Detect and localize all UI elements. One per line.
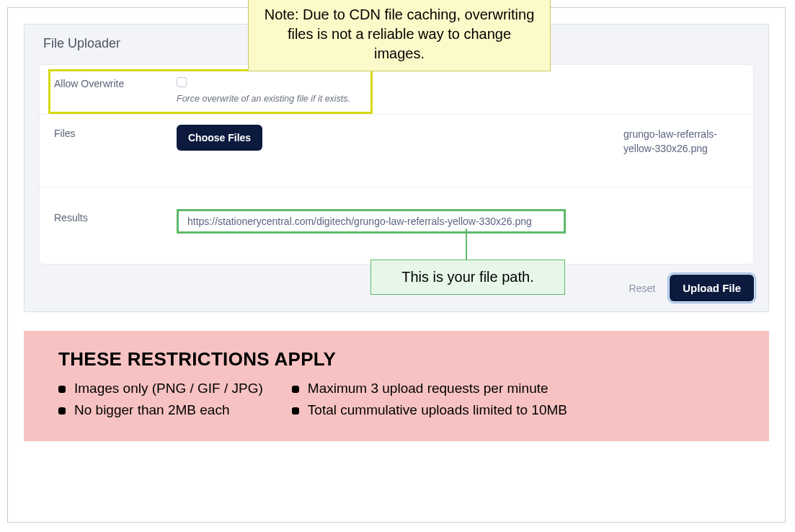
restriction-item: Total cummulative uploads limited to 10M… [292,402,567,418]
results-row: Results https://stationerycentral.com/di… [40,187,753,264]
restriction-item: Images only (PNG / GIF / JPG) [58,381,263,396]
allow-overwrite-row: Allow Overwrite Force overwrite of an ex… [40,65,753,114]
file-uploader-panel: Note: Due to CDN file caching, overwriti… [24,24,769,312]
restrictions-col-2: Maximum 3 upload requests per minute Tot… [292,381,567,424]
allow-overwrite-help: Force overwrite of an existing file if i… [177,94,739,104]
restriction-item: Maximum 3 upload requests per minute [292,381,567,396]
reset-button[interactable]: Reset [629,283,656,294]
selected-file-name: grungo-law-referrals-yellow-330x26.png [623,128,739,156]
files-label: Files [54,125,177,139]
restrictions-heading: THESE RESTRICTIONS APPLY [58,348,734,371]
upload-file-button[interactable]: Upload File [670,275,754,301]
callout-connector-line [466,229,467,261]
restriction-item: No bigger than 2MB each [58,402,263,418]
form-card: Allow Overwrite Force overwrite of an ex… [39,64,754,265]
cdn-caching-note-callout: Note: Due to CDN file caching, overwriti… [248,0,551,71]
restrictions-col-1: Images only (PNG / GIF / JPG) No bigger … [58,381,263,424]
allow-overwrite-checkbox[interactable] [177,77,187,87]
document-frame: Note: Due to CDN file caching, overwriti… [7,7,786,523]
results-label: Results [54,209,177,223]
choose-files-button[interactable]: Choose Files [177,125,262,151]
files-row: Files Choose Files grungo-law-referrals-… [40,114,753,187]
result-url-box[interactable]: https://stationerycentral.com/digitech/g… [177,209,566,234]
allow-overwrite-label: Allow Overwrite [54,75,177,89]
restrictions-box: THESE RESTRICTIONS APPLY Images only (PN… [24,331,769,441]
file-path-callout: This is your file path. [370,260,565,295]
